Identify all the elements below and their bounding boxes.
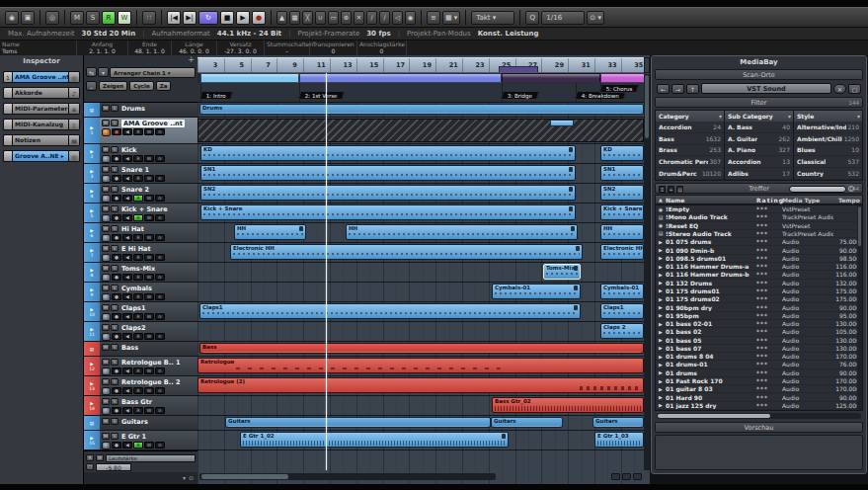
audio-part[interactable]: KD [600, 145, 644, 161]
track-row-snare-1[interactable]: ▶3MSSnare 1●◀RW⊙ [84, 164, 197, 184]
record-enable-button[interactable]: ● [112, 214, 121, 221]
results-horizontal-thumb[interactable] [658, 414, 770, 418]
track-row-toms-mix[interactable]: ▶8MSToms-Mix●◀RW⊙ [84, 263, 197, 283]
monitor-button[interactable]: ◀ [122, 274, 132, 281]
edit-channel-button[interactable]: ⊙ [155, 368, 165, 374]
split-tool[interactable]: ╳ [302, 11, 313, 25]
audio-part[interactable]: HH [346, 224, 578, 240]
mute-button[interactable]: M [102, 285, 110, 291]
write-automation-button[interactable]: W [144, 195, 154, 202]
record-enable-button[interactable]: ● [112, 155, 121, 162]
edit-channel-button[interactable]: ⊙ [155, 214, 165, 221]
track-row-snare-2[interactable]: ▶4MSSnare 2●◀RW⊙ [84, 184, 197, 204]
track-row-ama-groove-nt[interactable]: ▶1MSAMA Groove ..nt●◀RW⊙ [84, 118, 197, 144]
info-field-ende[interactable]: Ende48. 1. 1. 0 [128, 41, 172, 55]
zoom-tool[interactable]: ⊕ [341, 11, 352, 25]
read-automation-button[interactable]: R [133, 333, 143, 340]
read-automation-button[interactable]: R [86, 454, 94, 461]
audio-part[interactable]: Claps1 [600, 303, 644, 319]
audio-part[interactable]: Claps 2 [600, 323, 644, 339]
filter-value-row[interactable]: Country532 [794, 168, 862, 180]
scroll-down-icon[interactable]: ▾ [183, 474, 186, 481]
info-field-versatz[interactable]: Versatz-27. 3. 0. 0 [217, 41, 265, 55]
track-row-retrologue-b-2[interactable]: ▶13MSRetrologue B.. 2●◀RW⊙ [84, 376, 197, 396]
write-automation-button[interactable]: W [144, 313, 154, 320]
record-enable-button[interactable]: ● [112, 387, 121, 394]
solo-button[interactable]: S [111, 265, 118, 272]
playhead-cursor[interactable] [326, 73, 327, 470]
track-row-guitars[interactable]: ▤MSGuitars [84, 416, 197, 431]
marker-flag[interactable]: 5: Chorus [599, 84, 640, 93]
write-automation-button[interactable]: W [144, 175, 154, 182]
results-header[interactable]: TrefferΣ+▤144 [655, 183, 863, 194]
monitor-button[interactable]: ◀ [122, 234, 132, 241]
edit-channel-button[interactable]: ⊙ [155, 195, 165, 202]
arranger-zeigen-button[interactable]: Zeigen [99, 81, 127, 91]
zoom-control-box[interactable] [633, 473, 642, 480]
inspector-section-groove-a-ne-[interactable]: Groove A..NE ▸◎ [3, 150, 80, 162]
read-automation-button[interactable]: R [133, 254, 143, 261]
read-automation-button[interactable]: R [133, 368, 143, 374]
results-horizontal-scrollbar[interactable] [657, 413, 861, 419]
read-automation-button[interactable]: R [133, 293, 143, 300]
object-selection-tool[interactable]: ▲ [276, 11, 287, 25]
track-visibility-icon[interactable]: ⇆ [86, 67, 97, 77]
mute-button[interactable]: M [102, 166, 110, 173]
edit-channel-button[interactable]: ⊙ [155, 407, 165, 414]
solo-button[interactable]: S [111, 120, 118, 126]
read-automation-button[interactable]: R [133, 442, 143, 449]
info-field-anschlagstärke[interactable]: Anschlagstärke0 [357, 41, 407, 55]
grid-type-dropdown[interactable]: Takt ▾ [471, 11, 514, 25]
column-header-rating[interactable]: Rating [756, 197, 782, 204]
result-row[interactable]: ▶01 drums-01***Audio76.000 [656, 361, 862, 368]
glue-tool[interactable]: ∪ [315, 11, 326, 25]
track-row-e-gtr-1[interactable]: ▶15MSE Gtr 1●◀RW⊙ [84, 431, 197, 450]
solo-button[interactable]: S [111, 433, 118, 440]
arranger-section-4[interactable] [600, 73, 645, 83]
solo-button[interactable]: S [111, 418, 118, 425]
audio-part[interactable]: SN2 [200, 185, 576, 201]
inspector-section-ama-groove-nth[interactable]: 1AMA Groove ..ntH◎ [3, 71, 80, 83]
arranger-cycle-button[interactable]: Cycle [129, 81, 154, 91]
audio-part[interactable]: Cymbals-01 [600, 284, 644, 299]
monitor-button[interactable]: ◀ [122, 254, 132, 261]
rewind-button[interactable]: |◀ [167, 11, 181, 25]
timeline-ruler[interactable]: 357911131517192123252729313335 [197, 57, 644, 73]
mute-tool[interactable]: ✕ [354, 11, 364, 25]
zoom-control-box[interactable] [622, 473, 631, 480]
result-row[interactable]: ▶01 bass 02***Audio105.000 [656, 328, 862, 336]
monitor-button[interactable]: ◀ [122, 214, 132, 221]
solo-button[interactable]: S [111, 225, 118, 232]
edit-channel-button[interactable]: ⊙ [155, 155, 165, 162]
arranger-section-1[interactable] [200, 73, 299, 83]
filter-value-row[interactable]: A. Guitar262 [725, 133, 793, 145]
result-row[interactable]: ▤!Mono Audio Track***TrackPreset Audio [656, 213, 862, 221]
audio-part[interactable]: HH [600, 224, 644, 240]
audio-part[interactable]: Claps1 [199, 303, 581, 319]
track-row-e-hi-hat[interactable]: ▶7MSE Hi Hat●◀RW⊙ [84, 243, 197, 263]
monitor-button[interactable]: ◀ [122, 175, 132, 182]
results-scroll-thumb[interactable] [858, 206, 861, 246]
arranger-chain-dropdown[interactable]: Arranger Chain 1 ▾ [110, 67, 196, 78]
pan-button[interactable]: ▢ [86, 463, 94, 470]
play-tool[interactable]: ◁ [392, 11, 403, 25]
monitor-button[interactable]: ◀ [122, 333, 132, 340]
audio-part[interactable]: SN2 [600, 185, 644, 201]
result-row[interactable]: ◉!Empty***VstPreset [656, 205, 862, 213]
record-enable-button[interactable]: ● [112, 274, 121, 281]
audio-part[interactable]: Retrologue [197, 358, 644, 373]
edit-channel-button[interactable]: ⊙ [155, 387, 165, 394]
filter-value-row[interactable]: A. Piano327 [725, 145, 793, 157]
record-enable-button[interactable]: ● [112, 128, 121, 135]
marker-flag[interactable]: 2: 1st Verse [298, 91, 345, 100]
audio-part[interactable]: SN1 [600, 165, 644, 181]
solo-button[interactable]: S [111, 245, 118, 252]
mute-button[interactable]: M [102, 378, 110, 385]
filter-value-row[interactable]: Bass1632 [656, 133, 724, 145]
folder-part[interactable]: Drums [199, 104, 644, 115]
info-field-stummschalten[interactable]: Stummschalten– [265, 41, 310, 55]
column-header-name[interactable]: Name [666, 197, 756, 204]
search-input[interactable] [789, 186, 846, 193]
record-enable-button[interactable]: ● [112, 407, 121, 414]
solo-button[interactable]: S [111, 398, 118, 405]
